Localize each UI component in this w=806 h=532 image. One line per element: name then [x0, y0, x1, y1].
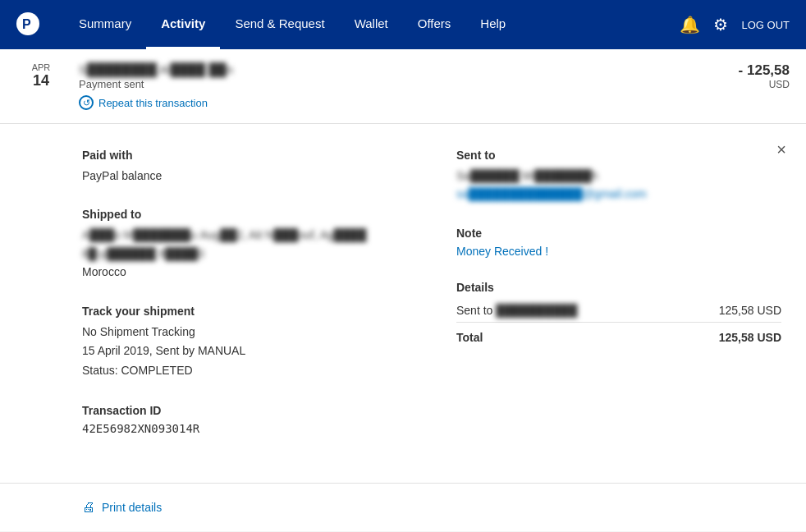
repeat-label: Repeat this transaction: [98, 97, 208, 109]
sent-to-title: Sent to: [456, 149, 781, 162]
detail-left-column: Paid with PayPal balance Shipped to A███…: [82, 149, 407, 458]
details-row: Sent to ██████████ 125,58 USD: [456, 299, 781, 323]
total-label: Total: [456, 322, 671, 349]
print-label: Print details: [102, 501, 162, 514]
sent-to-section: Sent to Sa██████ Mi███████h sa██████████…: [456, 149, 781, 204]
close-button[interactable]: ×: [776, 140, 786, 159]
details-row-name: ██████████: [496, 304, 577, 317]
transaction-day: 14: [16, 72, 66, 89]
printer-icon: 🖨: [82, 500, 95, 515]
track-line3: Status: COMPLETED: [82, 361, 407, 381]
detail-panel: × Paid with PayPal balance Shipped to A█…: [0, 124, 806, 484]
paid-with-section: Paid with PayPal balance: [82, 149, 407, 185]
gear-icon: ⚙: [713, 15, 728, 34]
total-row: Total 125,58 USD: [456, 322, 781, 349]
svg-text:P: P: [22, 17, 31, 31]
details-row-label: Sent to: [456, 304, 496, 317]
sent-to-value: Sa██████ Mi███████h sa██████████████@gma…: [456, 167, 781, 204]
print-section: 🖨 Print details: [0, 484, 806, 531]
shipped-to-line2: Aug██2, Ait N███ouf, Ag████: [200, 226, 367, 244]
header: P Summary Activity Send & Request Wallet…: [0, 0, 806, 49]
note-section: Note Money Received !: [456, 227, 781, 258]
print-details-link[interactable]: 🖨 Print details: [82, 500, 781, 515]
detail-grid: Paid with PayPal balance Shipped to A███…: [82, 149, 781, 458]
notification-bell-button[interactable]: 🔔: [680, 15, 700, 34]
main-content: APR 14 S████████ Al████ ██n Payment sent…: [0, 49, 806, 531]
nav-offers[interactable]: Offers: [403, 0, 466, 49]
main-nav: Summary Activity Send & Request Wallet O…: [64, 0, 680, 49]
nav-wallet[interactable]: Wallet: [340, 0, 403, 49]
sent-to-name: Sa██████ Mi███████h: [456, 167, 598, 185]
track-title: Track your shipment: [82, 305, 407, 318]
track-shipment-section: Track your shipment No Shipment Tracking…: [82, 305, 407, 381]
shipped-to-title: Shipped to: [82, 208, 407, 221]
sent-to-email: sa██████████████@gmail.com: [456, 185, 647, 203]
transaction-name: S████████ Al████ ██n: [79, 62, 233, 76]
repeat-transaction-link[interactable]: ↺ Repeat this transaction: [79, 95, 691, 110]
track-info: No Shipment Tracking 15 April 2019, Sent…: [82, 323, 407, 381]
details-row-amount: 125,58 USD: [671, 299, 781, 323]
transaction-id-section: Transaction ID 42E56982XN093014R: [82, 404, 407, 435]
logout-button[interactable]: LOG OUT: [741, 19, 790, 31]
shipped-to-section: Shipped to A███o M███████u Aug██2, Ait N…: [82, 208, 407, 281]
repeat-icon: ↺: [79, 95, 94, 110]
transaction-amount-block: - 125,58 USD: [691, 62, 790, 90]
logo[interactable]: P: [16, 12, 39, 38]
shipped-to-country: Morocco: [82, 263, 407, 281]
note-title: Note: [456, 227, 781, 240]
shipped-to-line3: 8█-p██████: [82, 245, 156, 263]
bell-icon: 🔔: [680, 15, 700, 34]
transaction-info: S████████ Al████ ██n Payment sent ↺ Repe…: [79, 62, 691, 110]
transaction-row: APR 14 S████████ Al████ ██n Payment sent…: [0, 49, 806, 124]
shipped-to-value: A███o M███████u Aug██2, Ait N███ouf, Ag█…: [82, 226, 407, 281]
settings-button[interactable]: ⚙: [713, 15, 728, 34]
note-value: Money Received !: [456, 245, 781, 258]
shipped-to-line1: A███o M███████u: [82, 226, 197, 244]
total-amount: 125,58 USD: [671, 322, 781, 349]
transaction-month: APR: [16, 62, 66, 72]
txn-id-title: Transaction ID: [82, 404, 407, 417]
details-section: Details Sent to ██████████ 125,58 USD To…: [456, 281, 781, 349]
txn-id-value: 42E56982XN093014R: [82, 422, 407, 435]
transaction-date: APR 14: [16, 62, 66, 89]
transaction-status: Payment sent: [79, 78, 691, 90]
header-actions: 🔔 ⚙ LOG OUT: [680, 15, 790, 34]
nav-activity[interactable]: Activity: [146, 0, 220, 49]
shipped-to-line4: 8████0: [159, 245, 204, 263]
transaction-amount: - 125,58: [691, 62, 790, 79]
details-title: Details: [456, 281, 781, 294]
paid-with-value: PayPal balance: [82, 167, 407, 185]
detail-right-column: Sent to Sa██████ Mi███████h sa██████████…: [456, 149, 781, 458]
nav-summary[interactable]: Summary: [64, 0, 146, 49]
track-line1: No Shipment Tracking: [82, 323, 407, 342]
transaction-currency: USD: [691, 79, 790, 90]
nav-help[interactable]: Help: [465, 0, 520, 49]
paid-with-title: Paid with: [82, 149, 407, 162]
details-table: Sent to ██████████ 125,58 USD Total 125,…: [456, 299, 781, 349]
nav-send-request[interactable]: Send & Request: [220, 0, 339, 49]
track-line2: 15 April 2019, Sent by MANUAL: [82, 342, 407, 361]
